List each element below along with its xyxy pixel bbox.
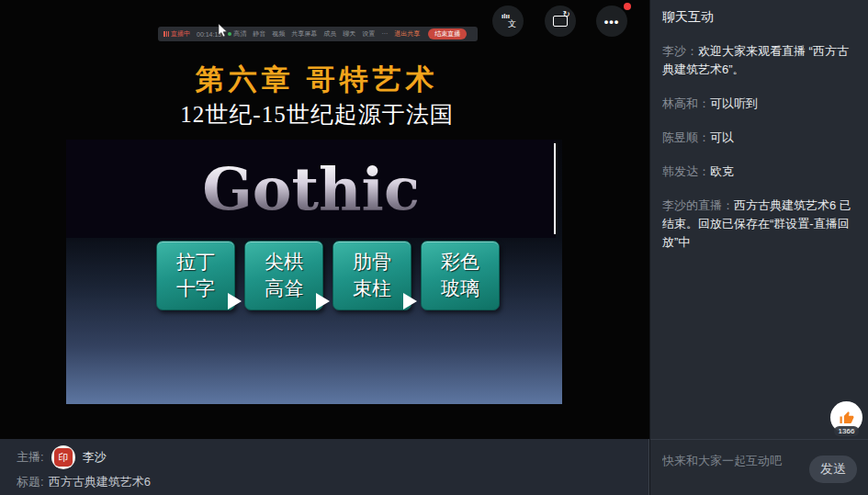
flow-box-line2: 玻璃: [441, 276, 479, 302]
voice-to-text-icon: ılıı 文: [500, 13, 516, 29]
host-row: 主播: 李沙: [17, 445, 107, 469]
host-name: 李沙: [83, 449, 107, 466]
send-button[interactable]: 发送: [809, 456, 857, 483]
chat-message: 李沙：欢迎大家来观看直播 “西方古典建筑艺术6”。: [662, 42, 857, 79]
toolbar-item[interactable]: 聊天: [343, 29, 355, 39]
chat-message-sender: 林高和：: [662, 96, 710, 110]
flow-box-line1: 彩色: [441, 249, 479, 276]
toolbar-item[interactable]: 静音: [253, 29, 265, 39]
flow-box: 拉丁 十字: [156, 241, 235, 310]
toolbar-item[interactable]: 视频: [272, 29, 285, 39]
flow-arrow-icon: [403, 293, 417, 309]
toolbar-item[interactable]: 直播中: [163, 29, 190, 39]
toolbar-item[interactable]: ⋯: [381, 30, 388, 38]
flow-box-line1: 肋骨: [353, 249, 391, 276]
chat-input-bar: 发送: [650, 439, 868, 495]
like-button[interactable]: 1366: [830, 401, 862, 433]
toolbar-item[interactable]: 结束直播: [428, 28, 467, 39]
flow-box: 肋骨 束柱: [333, 241, 411, 310]
ellipsis-icon: •••: [604, 15, 620, 28]
slide-subtitle: 12世纪-15世纪起源于法国: [0, 99, 634, 129]
flow-box-line2: 高耸: [265, 276, 303, 302]
chat-message-sender: 李沙：: [662, 44, 698, 58]
host-label: 主播:: [17, 449, 44, 466]
voice-to-text-button[interactable]: ılıı 文: [492, 6, 524, 37]
thumbs-up-icon: [839, 410, 855, 426]
chat-message: 陈昱顺：可以: [662, 129, 857, 147]
chat-input[interactable]: [662, 451, 800, 469]
chat-panel-title: 聊天互动: [662, 9, 714, 26]
host-info-bar: 主播: 李沙 标题: 西方古典建筑艺术6: [0, 439, 649, 495]
stream-title-row: 标题: 西方古典建筑艺术6: [17, 474, 151, 490]
notification-dot: [624, 3, 631, 10]
gothic-banner: Gothic: [66, 140, 556, 238]
app-window: 直播中 00:14:13 高清 静音 视频 共享屏幕 成员 聊天 设置 ⋯ 退出…: [0, 0, 868, 495]
rotate-screen-button[interactable]: ↻: [545, 6, 576, 37]
chat-message: 李沙的直播：西方古典建筑艺术6 已结束。回放已保存在“群设置-直播回放”中: [662, 197, 857, 252]
chat-message: 林高和：可以听到: [662, 95, 857, 113]
text-cursor: [554, 143, 556, 234]
chat-message-text: 可以听到: [710, 96, 758, 110]
chat-message-sender: 李沙的直播：: [662, 198, 734, 212]
chat-message-text: 可以: [710, 130, 734, 144]
shared-screen-toolbar: 直播中 00:14:13 高清 静音 视频 共享屏幕 成员 聊天 设置 ⋯ 退出…: [158, 27, 478, 41]
chat-message: 韩发达：欧克: [662, 163, 857, 181]
stream-title-label: 标题:: [17, 474, 44, 490]
chat-message-text: 欧克: [710, 164, 734, 178]
toolbar-item[interactable]: 高清: [228, 29, 246, 39]
flow-box-line2: 束柱: [353, 276, 391, 302]
toolbar-item[interactable]: 设置: [362, 29, 375, 39]
slide-image: Gothic 拉丁 十字 尖栱 高耸 肋骨: [66, 140, 562, 404]
chat-message-sender: 韩发达：: [662, 164, 710, 178]
toolbar-item[interactable]: 退出共享: [394, 29, 420, 39]
flow-box-line1: 拉丁: [176, 249, 215, 276]
more-options-button[interactable]: •••: [596, 6, 627, 37]
chat-panel: 聊天互动 李沙：欢迎大家来观看直播 “西方古典建筑艺术6”。 林高和：可以听到 …: [649, 0, 868, 495]
toolbar-item[interactable]: 共享屏幕: [291, 29, 317, 39]
flow-arrow-icon: [316, 293, 330, 309]
video-area: 直播中 00:14:13 高清 静音 视频 共享屏幕 成员 聊天 设置 ⋯ 退出…: [0, 0, 649, 439]
chat-message-sender: 陈昱顺：: [662, 130, 710, 144]
gothic-title-text: Gothic: [202, 160, 420, 219]
toolbar-item[interactable]: 成员: [323, 29, 336, 39]
like-count-badge: 1366: [834, 426, 860, 436]
chat-message-list: 李沙：欢迎大家来观看直播 “西方古典建筑艺术6”。 林高和：可以听到 陈昱顺：可…: [662, 42, 857, 267]
host-avatar: [51, 445, 75, 469]
flow-box: 尖栱 高耸: [244, 241, 323, 310]
slide-chapter-title: 第六章 哥特艺术: [0, 61, 634, 99]
stream-title-value: 西方古典建筑艺术6: [49, 474, 151, 490]
flow-box-line1: 尖栱: [265, 249, 303, 276]
flow-arrow-icon: [228, 293, 242, 309]
flow-box-line2: 十字: [176, 276, 215, 302]
mouse-cursor-icon: [218, 24, 228, 38]
flow-box: 彩色 玻璃: [421, 241, 500, 310]
rotate-screen-icon: ↻: [553, 16, 568, 27]
